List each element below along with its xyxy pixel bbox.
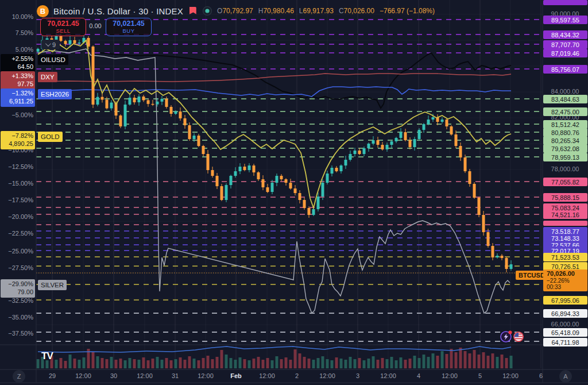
candle-body: [234, 171, 237, 176]
volume-bar: [303, 357, 306, 368]
price-level-label: 77,055.82: [543, 178, 587, 186]
compare-symbol-tag-dxy[interactable]: DXY: [38, 72, 57, 82]
candle-body: [179, 111, 182, 118]
candle-body: [322, 183, 324, 197]
price-level-label-clipped: [543, 221, 587, 226]
compare-value-label-gold: −7.82%4,890.25: [1, 131, 35, 149]
price-level-label: 79,632.08: [543, 144, 587, 153]
time-axis-tick: 3: [356, 372, 359, 379]
volume-bar: [266, 358, 269, 368]
compare-symbol-tag-gold[interactable]: GOLD: [38, 132, 63, 142]
candle-body: [409, 140, 412, 147]
lightning-event-icon[interactable]: [501, 331, 512, 342]
left-axis-tick: 7.50%: [0, 29, 33, 36]
symbol-title[interactable]: Bitcoin / U.S. Dollar · 30 · INDEX: [53, 6, 183, 16]
candle-body: [101, 97, 104, 100]
timezone-button[interactable]: Z: [13, 370, 25, 383]
candle-body: [147, 100, 150, 103]
candle-body: [119, 116, 122, 126]
chevron-down-icon: [45, 41, 51, 47]
price-level-label-clipped: [543, 0, 587, 5]
compare-symbol-tag-silver[interactable]: SILVER: [38, 280, 67, 290]
candle-body: [299, 193, 301, 200]
candle-body: [266, 187, 269, 192]
candle-body: [92, 47, 95, 105]
sell-button[interactable]: 70,021.45 SELL: [40, 18, 86, 36]
volume-bar: [129, 358, 131, 368]
volume-bar: [78, 360, 81, 368]
candle-body: [441, 120, 444, 122]
candle-body: [188, 125, 191, 139]
volume-bar: [386, 359, 389, 368]
chart-pane[interactable]: [0, 0, 588, 385]
candle-body: [317, 197, 320, 209]
candle-body: [423, 124, 425, 130]
candle-body: [271, 183, 274, 192]
left-axis-tick: −22.50%: [0, 230, 33, 237]
volume-bar: [152, 359, 154, 368]
volume-bar: [142, 357, 145, 368]
time-axis-tick: 12:00: [319, 372, 335, 379]
candle-body: [64, 41, 67, 44]
volume-bar: [179, 357, 182, 368]
tradingview-chart-window: B Bitcoin / U.S. Dollar · 30 · INDEX O70…: [0, 0, 588, 385]
volume-bar: [331, 360, 334, 368]
candle-body: [152, 104, 154, 105]
time-axis-tick: 29: [49, 372, 56, 379]
candle-body: [253, 165, 256, 172]
time-axis-tick: 12:00: [442, 372, 458, 379]
candle-body: [294, 188, 297, 193]
volume-bar: [198, 360, 200, 368]
volume-bar: [294, 349, 297, 368]
candle-body: [450, 126, 453, 134]
chart-legend: B Bitcoin / U.S. Dollar · 30 · INDEX O70…: [37, 4, 435, 18]
left-axis-tick: −35.00%: [0, 314, 33, 321]
volume-bar: [161, 360, 164, 368]
compare-symbol-tag-esh2026[interactable]: ESH2026: [38, 89, 72, 99]
candle-body: [404, 132, 407, 140]
candle-body: [312, 209, 315, 215]
market-status-icon[interactable]: [202, 6, 212, 16]
candle-body: [175, 111, 177, 114]
compare-symbol-tag-oilusd[interactable]: OILUSD: [38, 55, 68, 65]
candle-body: [386, 145, 389, 149]
volume-bar: [358, 358, 361, 368]
volume-bar: [427, 357, 430, 368]
volume-bar: [317, 358, 320, 368]
flag-icon[interactable]: [188, 6, 198, 16]
candle-body: [368, 144, 370, 148]
volume-bar: [441, 351, 444, 368]
auto-scale-button[interactable]: A: [559, 370, 572, 383]
volume-bar: [64, 361, 67, 368]
buy-button[interactable]: 70,021.45 BUY: [106, 18, 152, 36]
volume-bar: [390, 357, 393, 368]
candle-body: [124, 105, 127, 126]
quantity-dropdown[interactable]: 9: [41, 40, 60, 49]
volume-bar: [115, 360, 118, 368]
volume-bar: [170, 360, 173, 368]
volume-bar: [74, 359, 76, 368]
left-axis-tick: −5.00%: [0, 111, 33, 118]
left-axis-tick: 10.00%: [0, 13, 33, 20]
us-flag-event-icon[interactable]: [514, 332, 523, 341]
volume-bar: [478, 355, 481, 368]
candle-body: [198, 136, 200, 146]
price-level-label: 71,523.53: [543, 253, 587, 261]
left-axis-tick: −37.50%: [0, 330, 33, 337]
candle-body: [496, 256, 499, 257]
left-axis-tick: −17.50%: [0, 197, 33, 203]
candle-body: [446, 120, 448, 126]
volume-bar: [335, 357, 338, 368]
ohlc-values: O70,792.97 H70,980.46 L69,917.93 C70,026…: [217, 7, 435, 15]
tradingview-logo[interactable]: TV: [41, 351, 53, 362]
candle-body: [165, 99, 168, 107]
change-value: −766.97 (−1.08%): [380, 7, 435, 15]
volume-bar: [101, 358, 104, 368]
volume-bar: [165, 358, 168, 368]
volume-bar: [55, 360, 58, 368]
candle-body: [303, 200, 306, 208]
volume-bar: [377, 360, 380, 368]
candle-body: [106, 100, 109, 109]
price-level-label: 87,019.46: [543, 49, 587, 57]
price-level-label: 65,418.09: [543, 328, 587, 337]
